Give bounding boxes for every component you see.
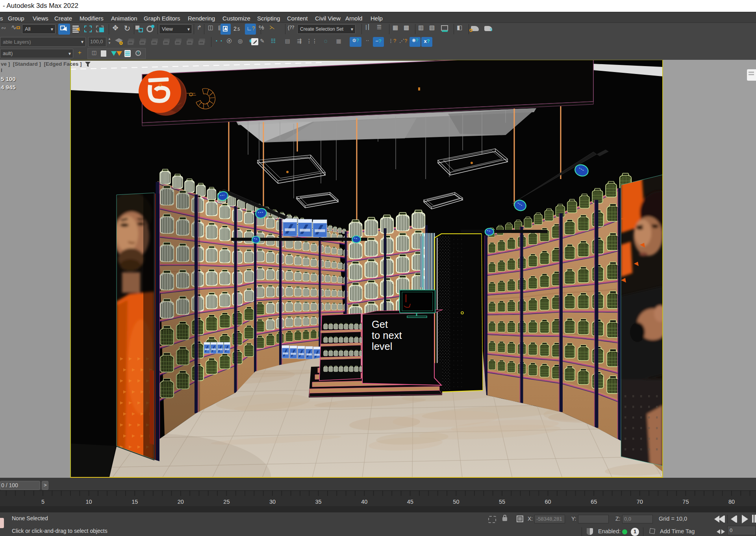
svg-text:75: 75 — [682, 499, 689, 505]
svg-text:level: level — [372, 341, 392, 352]
svg-text:5: 5 — [41, 499, 44, 505]
svg-text:30: 30 — [269, 499, 276, 505]
svg-text:65: 65 — [591, 499, 597, 505]
svg-text:40: 40 — [361, 499, 367, 505]
svg-text:Get: Get — [372, 319, 388, 330]
svg-text:45: 45 — [407, 499, 413, 505]
svg-text:10: 10 — [86, 499, 92, 505]
svg-text:35: 35 — [315, 499, 322, 505]
svg-text:55: 55 — [499, 499, 505, 505]
svg-text:to next: to next — [372, 330, 402, 341]
svg-text:80: 80 — [728, 499, 735, 505]
svg-text:70: 70 — [637, 499, 643, 505]
svg-text:15: 15 — [132, 499, 138, 505]
svg-text:20: 20 — [178, 499, 184, 505]
svg-text:60: 60 — [545, 499, 551, 505]
svg-text:25: 25 — [223, 499, 230, 505]
svg-text:50: 50 — [453, 499, 459, 505]
